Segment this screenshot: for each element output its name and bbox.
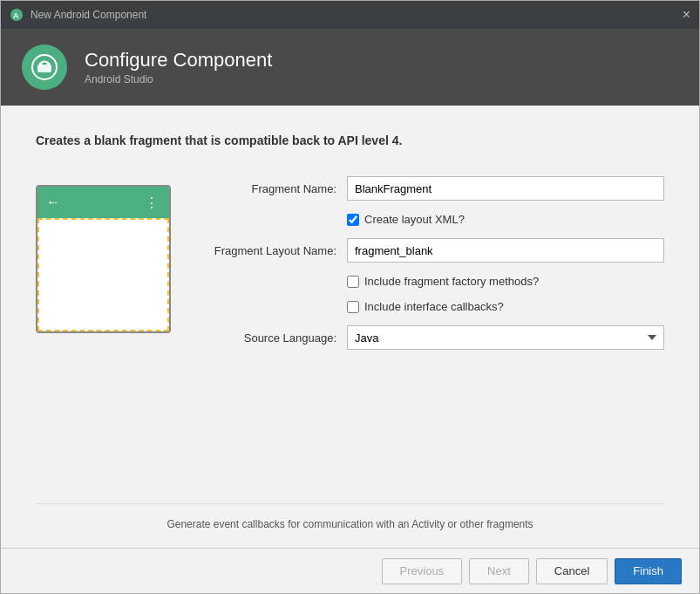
main-content: Creates a blank fragment that is compati… xyxy=(1,106,699,548)
include-callbacks-row: Include interface callbacks? xyxy=(347,300,664,313)
title-bar-left: A New Android Component xyxy=(10,8,146,22)
fragment-name-input[interactable] xyxy=(347,176,664,201)
include-factory-row: Include fragment factory methods? xyxy=(347,275,664,288)
svg-text:A: A xyxy=(13,11,19,20)
include-callbacks-label[interactable]: Include interface callbacks? xyxy=(364,300,504,313)
phone-toolbar: ← ⋮ xyxy=(37,187,169,218)
fragment-layout-name-label: Fragment Layout Name: xyxy=(206,244,336,257)
header-title: Configure Component xyxy=(85,49,272,72)
include-factory-label[interactable]: Include fragment factory methods? xyxy=(364,275,539,288)
form-fields: Fragment Name: Create layout XML? Fragme… xyxy=(206,176,664,350)
phone-screen: ← ⋮ xyxy=(36,185,171,333)
create-layout-label[interactable]: Create layout XML? xyxy=(364,213,465,226)
window-title: New Android Component xyxy=(31,9,146,21)
title-bar: A New Android Component × xyxy=(1,1,699,29)
svg-rect-5 xyxy=(37,65,51,72)
create-layout-row: Create layout XML? xyxy=(347,213,664,226)
include-callbacks-checkbox[interactable] xyxy=(347,301,359,313)
close-button[interactable]: × xyxy=(683,8,690,22)
fragment-name-label: Fragment Name: xyxy=(206,182,336,195)
fragment-layout-name-input[interactable] xyxy=(347,238,664,263)
finish-button[interactable]: Finish xyxy=(615,558,682,584)
create-layout-checkbox[interactable] xyxy=(347,214,359,226)
header-text: Configure Component Android Studio xyxy=(85,49,272,85)
phone-preview: ← ⋮ xyxy=(36,185,171,333)
overflow-menu-icon: ⋮ xyxy=(145,195,160,211)
previous-button[interactable]: Previous xyxy=(382,558,463,584)
phone-fragment-content xyxy=(37,218,169,331)
next-button[interactable]: Next xyxy=(469,558,529,584)
info-text: Generate event callbacks for communicati… xyxy=(36,503,664,530)
header-subtitle: Android Studio xyxy=(85,73,272,85)
source-language-select[interactable]: Java Kotlin xyxy=(347,325,664,350)
description-text: Creates a blank fragment that is compati… xyxy=(36,132,454,150)
fragment-name-row: Fragment Name: xyxy=(206,176,664,201)
footer: Previous Next Cancel Finish xyxy=(1,548,699,593)
source-language-label: Source Language: xyxy=(206,331,336,345)
info-text-content: Generate event callbacks for communicati… xyxy=(167,518,533,530)
source-language-row: Source Language: Java Kotlin xyxy=(206,325,664,350)
form-area: ← ⋮ Fragment Name: Create layout XML? Fr… xyxy=(36,176,664,350)
header-logo xyxy=(22,44,67,90)
fragment-layout-name-row: Fragment Layout Name: xyxy=(206,238,664,263)
back-arrow-icon: ← xyxy=(46,195,60,210)
android-logo-icon xyxy=(31,53,58,81)
cancel-button[interactable]: Cancel xyxy=(536,558,608,584)
android-studio-icon: A xyxy=(10,8,24,22)
include-factory-checkbox[interactable] xyxy=(347,276,359,288)
dialog-header: Configure Component Android Studio xyxy=(1,29,699,106)
